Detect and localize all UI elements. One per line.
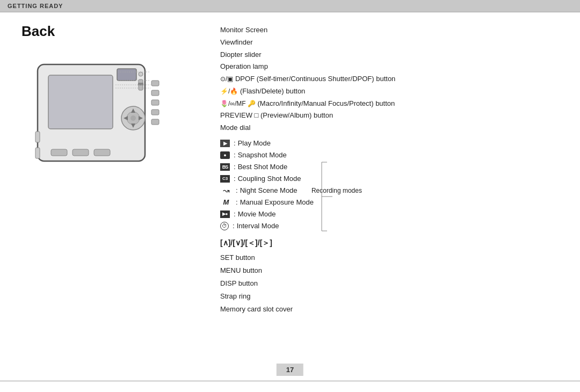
right-section: Monitor Screen Viewfinder Diopter slider… — [220, 23, 559, 316]
info-block: Monitor Screen Viewfinder Diopter slider… — [220, 24, 559, 134]
snapshot-label: Snapshot Mode — [238, 151, 287, 159]
strap-ring-label: Strap ring — [220, 290, 559, 303]
info-diopter: Diopter slider — [220, 49, 559, 61]
svg-rect-17 — [151, 119, 159, 125]
snapshot-icon: ● — [220, 151, 230, 159]
cs-icon: C3 — [220, 175, 230, 183]
interval-icon: ⏱ — [220, 222, 229, 230]
mode-manual: M : Manual Exposure Mode — [220, 197, 314, 208]
set-button-label: SET button — [220, 251, 559, 264]
disp-button-label: DISP button — [220, 277, 559, 290]
movie-label: Movie Mode — [238, 210, 276, 218]
svg-rect-20 — [94, 149, 110, 156]
mode-section: ▶ : Play Mode ● : Snapshot Mode BS : Bes… — [220, 137, 559, 232]
movie-icon: ▶● — [220, 210, 230, 218]
colon-play: : — [234, 139, 236, 147]
info-macro: 🌷/∞/MF 🔑 (Macro/Infinity/Manual Focus/Pr… — [220, 98, 559, 110]
svg-rect-1 — [48, 75, 113, 129]
info-oplamp: Operation lamp — [220, 61, 559, 73]
svg-rect-5 — [138, 83, 143, 85]
svg-rect-2 — [117, 69, 136, 81]
info-flash: ⚡/🔥 (Flash/Delete) button — [220, 85, 559, 98]
mode-cs: C3 : Coupling Shot Mode — [220, 173, 314, 185]
info-viewfinder: Viewfinder — [220, 37, 559, 49]
bs-label: Best Shot Mode — [238, 163, 288, 171]
page-number: 17 — [277, 364, 303, 376]
mode-bs: BS : Best Shot Mode — [220, 161, 314, 173]
info-modedial: Mode dial — [220, 122, 559, 134]
svg-point-3 — [139, 72, 143, 76]
menu-button-label: MENU button — [220, 264, 559, 277]
mode-movie: ▶● : Movie Mode — [220, 208, 314, 220]
manual-icon: M — [220, 198, 232, 207]
page-title: Back — [21, 23, 204, 40]
svg-rect-19 — [73, 149, 89, 156]
bottom-rule — [0, 381, 580, 381]
svg-rect-15 — [151, 100, 159, 105]
night-icon: ↝ — [220, 186, 232, 195]
mode-night: ↝ : Night Scene Mode Recording modes — [220, 185, 314, 197]
svg-rect-13 — [151, 81, 159, 86]
play-icon: ▶ — [220, 140, 230, 147]
svg-rect-14 — [151, 90, 159, 96]
bottom-info: SET button MENU button DISP button Strap… — [220, 251, 559, 316]
info-monitor: Monitor Screen — [220, 24, 559, 37]
night-label: Night Scene Mode — [240, 186, 298, 194]
manual-label: Manual Exposure Mode — [240, 198, 314, 206]
svg-rect-16 — [151, 110, 159, 115]
header-bar: GETTING READY — [0, 0, 580, 12]
header-label: GETTING READY — [8, 3, 63, 9]
svg-rect-21 — [35, 132, 40, 142]
info-preview: PREVIEW □ (Preview/Album) button — [220, 110, 559, 122]
svg-rect-18 — [51, 149, 67, 156]
svg-point-8 — [130, 115, 136, 121]
mode-interval: ⏱ : Interval Mode — [220, 220, 314, 232]
interval-label: Interval Mode — [237, 222, 279, 230]
info-dpof: ⊙/▣ DPOF (Self-timer/Continuous Shutter/… — [220, 73, 559, 85]
bs-icon: BS — [220, 163, 230, 171]
play-label: Play Mode — [238, 139, 271, 147]
mode-play: ▶ : Play Mode — [220, 137, 559, 149]
cs-label: Coupling Shot Mode — [238, 175, 301, 183]
mode-snapshot: ● : Snapshot Mode — [220, 149, 559, 161]
memory-card-label: Memory card slot cover — [220, 303, 559, 316]
camera-diagram — [21, 48, 183, 188]
nav-buttons: [∧]/[∨]/[＜]/[＞] — [220, 238, 559, 248]
svg-rect-22 — [35, 148, 40, 158]
